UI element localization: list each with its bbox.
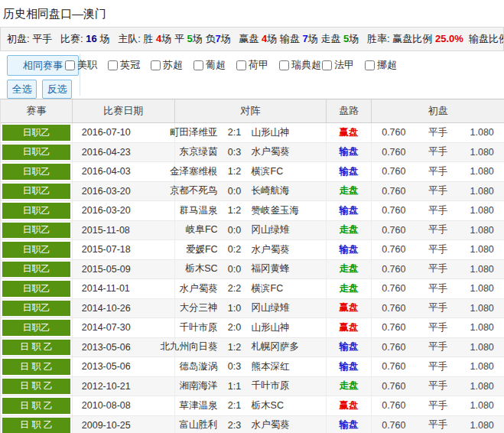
away-team: 札幌冈萨多 (252, 340, 327, 353)
league-checkbox[interactable] (65, 60, 75, 70)
league-cell: 日职乙 (1, 240, 72, 259)
home-odds: 0.760 (372, 147, 416, 158)
history-table: 赛事 比赛日期 对阵 盘路 初盘 日职乙 2016-07-10 町田泽维亚 2:… (0, 99, 504, 433)
league-checkbox-item[interactable]: 苏超 (151, 58, 193, 72)
match-cell: 草津温泉 2:1 栃木SC (174, 396, 327, 415)
home-odds: 0.760 (372, 400, 416, 411)
league-checkbox-group: 美职英冠苏超葡超荷甲瑞典超法甲挪超 (65, 58, 408, 72)
opening-odds-cell: 0.760 平手 1.080 (371, 221, 504, 240)
table-row: 日 职 乙 2009-10-25 富山胜利 2:3 水户蜀葵 输盘 0.760 … (1, 416, 504, 433)
opening-odds-cell: 0.760 平手 1.080 (371, 162, 504, 181)
league-cell: 日 职 乙 (1, 357, 72, 376)
away-team: 水户蜀葵 (252, 243, 327, 256)
invert-selection-button[interactable]: 反选 (42, 80, 72, 99)
home-team: 东京绿茵 (130, 145, 218, 158)
opening-odds-cell: 0.760 平手 1.080 (371, 143, 504, 162)
away-odds: 1.080 (460, 342, 504, 353)
match-score: 0:0 (218, 186, 252, 197)
away-team: 千叶市原 (252, 379, 327, 392)
home-team: 湘南海洋 (130, 379, 218, 392)
handicap-value: 平手 (416, 340, 460, 353)
away-team: 水户蜀葵 (252, 418, 327, 431)
away-team: 熊本深红 (252, 360, 327, 373)
home-team: 栃木SC (130, 262, 218, 275)
home-team: 爱媛FC (130, 243, 218, 256)
league-checkbox-item[interactable]: 美职 (65, 58, 108, 72)
stat-lose-rate-label: 输盘比例 (463, 33, 504, 44)
league-checkbox-item[interactable]: 英冠 (108, 58, 151, 72)
league-badge: 日职乙 (2, 125, 70, 141)
league-cell: 日职乙 (1, 201, 72, 220)
away-odds: 1.080 (460, 166, 504, 177)
handicap-result: 赢盘 (326, 396, 371, 415)
match-cell: 金泽塞维根 1:2 横滨FC (174, 162, 327, 181)
away-odds: 1.080 (460, 322, 504, 333)
table-row: 日职乙 2015-07-18 爱媛FC 0:2 水户蜀葵 输盘 0.760 平手… (1, 240, 504, 260)
stat-rate-label: 胜率: 赢盘比例 (367, 33, 435, 44)
match-cell: 栃木SC 0:0 福冈黄蜂 (174, 260, 327, 279)
stat-losecover-label: 场 输盘 (267, 33, 302, 44)
home-team: 群马温泉 (130, 204, 218, 217)
table-row: 日职乙 2015-05-09 栃木SC 0:0 福冈黄蜂 走盘 0.760 平手… (1, 260, 504, 280)
league-checkbox-label: 荷甲 (249, 58, 268, 72)
league-checkbox[interactable] (279, 60, 289, 70)
table-header-row: 赛事 比赛日期 对阵 盘路 初盘 (1, 99, 504, 123)
away-odds: 1.080 (460, 303, 504, 314)
select-all-button[interactable]: 全选 (7, 80, 37, 99)
league-checkbox-item[interactable]: 瑞典超 (279, 58, 322, 72)
match-score: 0:3 (218, 361, 252, 372)
away-team: 长崎航海 (252, 184, 327, 197)
handicap-result: 输盘 (326, 416, 371, 433)
away-odds: 1.080 (460, 127, 504, 138)
header-result: 盘路 (326, 99, 371, 122)
league-checkbox[interactable] (193, 60, 203, 70)
away-team: 横滨FC (252, 165, 327, 178)
match-score: 0:0 (218, 225, 252, 236)
match-score: 2:2 (218, 283, 252, 294)
stat-matches-count: 16 (86, 33, 96, 44)
handicap-result: 输盘 (326, 338, 371, 357)
page-title: 历史相同盘口—澳门 (0, 0, 504, 27)
table-row: 日职乙 2016-04-23 东京绿茵 0:3 水户蜀葵 输盘 0.760 平手… (1, 143, 504, 163)
league-badge: 日 职 乙 (2, 418, 70, 433)
league-checkbox-label: 挪超 (377, 58, 397, 72)
stat-home-label: 主队: 胜 (118, 33, 156, 44)
league-checkbox-item[interactable]: 荷甲 (236, 58, 279, 72)
opening-odds-cell: 0.760 平手 1.080 (371, 279, 504, 298)
league-checkbox[interactable] (108, 60, 118, 70)
home-team: 大分三神 (130, 301, 218, 314)
home-odds: 0.760 (372, 342, 416, 353)
league-checkbox[interactable] (322, 60, 332, 70)
header-match: 对阵 (174, 99, 327, 122)
opening-odds-cell: 0.760 平手 1.080 (371, 299, 504, 318)
stat-loss-unit: 场 (221, 33, 239, 44)
handicap-value: 平手 (416, 243, 460, 256)
league-checkbox-item[interactable]: 法甲 (322, 58, 365, 72)
league-checkbox[interactable] (365, 60, 375, 70)
league-badge: 日 职 乙 (2, 379, 70, 395)
header-league: 赛事 (1, 99, 72, 122)
match-score: 1:2 (218, 166, 252, 177)
away-odds: 1.080 (460, 381, 504, 392)
league-checkbox[interactable] (151, 60, 161, 70)
match-cell: 水户蜀葵 2:2 横滨FC (174, 279, 327, 298)
match-score: 0:3 (218, 147, 252, 158)
league-cell: 日职乙 (1, 162, 72, 181)
league-badge: 日职乙 (2, 223, 70, 239)
home-team: 岐阜FC (130, 223, 218, 236)
handicap-result: 走盘 (326, 260, 371, 279)
table-row: 日职乙 2016-03-20 群马温泉 1:2 赞岐釜玉海 输盘 0.760 平… (1, 201, 504, 221)
match-score: 1:2 (218, 205, 252, 216)
league-badge: 日职乙 (2, 320, 70, 336)
away-odds: 1.080 (460, 244, 504, 255)
match-score: 2:3 (218, 420, 252, 431)
handicap-value: 平手 (416, 360, 460, 373)
match-score: 0:0 (218, 264, 252, 275)
league-checkbox-item[interactable]: 葡超 (193, 58, 236, 72)
away-odds: 1.080 (460, 205, 504, 216)
away-odds: 1.080 (460, 147, 504, 158)
league-cell: 日 职 乙 (1, 338, 72, 357)
handicap-result: 赢盘 (326, 299, 371, 318)
league-checkbox[interactable] (236, 60, 246, 70)
league-checkbox-item[interactable]: 挪超 (365, 58, 408, 72)
